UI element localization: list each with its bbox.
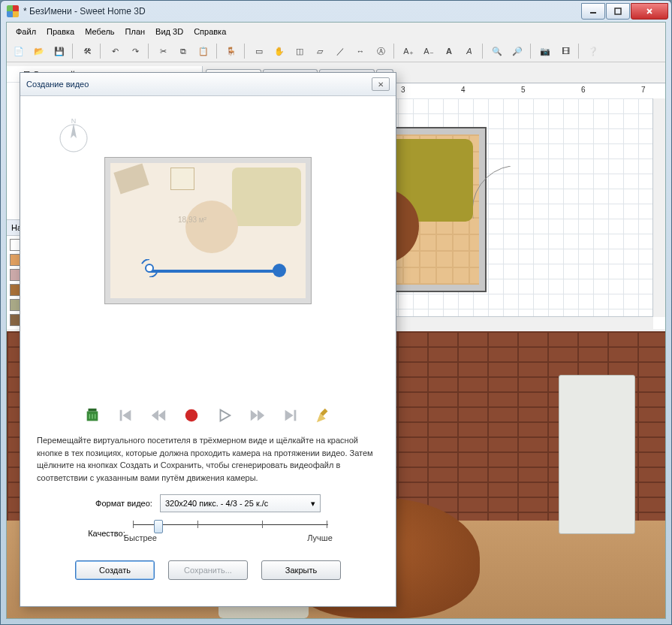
seek-fwd-button[interactable] bbox=[246, 406, 269, 425]
ruler-mark: 6 bbox=[581, 86, 586, 94]
record-button[interactable] bbox=[180, 406, 203, 425]
chevron-down-icon: ▾ bbox=[311, 499, 315, 509]
compass-icon: N bbox=[55, 117, 92, 155]
quality-label: Качество: bbox=[88, 529, 125, 538]
menu-furniture[interactable]: Мебель bbox=[80, 26, 119, 38]
window-title: * БезИмени - Sweet Home 3D bbox=[23, 6, 146, 17]
save-button[interactable]: Сохранить... bbox=[168, 560, 248, 580]
save-file-icon[interactable]: 💾 bbox=[50, 42, 68, 60]
broom-clean-button[interactable] bbox=[312, 406, 335, 425]
svg-rect-5 bbox=[89, 409, 97, 412]
bold-icon[interactable]: A bbox=[440, 42, 458, 60]
mini-furn bbox=[232, 168, 301, 226]
ruler-mark: 5 bbox=[521, 86, 526, 94]
ruler-mark: 4 bbox=[461, 86, 466, 94]
paste-icon[interactable]: 📋 bbox=[194, 42, 212, 60]
video-icon[interactable]: 🎞 bbox=[556, 42, 574, 60]
help-icon[interactable]: ❔ bbox=[584, 42, 602, 60]
dialog-close-button[interactable]: ✕ bbox=[372, 77, 390, 91]
slider-thumb[interactable] bbox=[154, 520, 163, 533]
camera-path-end-icon[interactable] bbox=[273, 264, 286, 277]
photo-icon[interactable]: 📷 bbox=[536, 42, 554, 60]
copy-icon[interactable]: ⧉ bbox=[174, 42, 192, 60]
menu-help[interactable]: Справка bbox=[189, 26, 231, 38]
create-text-icon[interactable]: Ⓐ bbox=[372, 42, 390, 60]
dialog-preview[interactable]: N 18,93 м² bbox=[34, 105, 382, 398]
menu-file[interactable]: Файл bbox=[11, 26, 41, 38]
zoom-out-icon[interactable]: 🔎 bbox=[508, 42, 526, 60]
quality-right-label: Лучше bbox=[307, 533, 333, 542]
add-furniture-icon[interactable]: 🪑 bbox=[222, 42, 240, 60]
pan-tool-icon[interactable]: ✋ bbox=[270, 42, 288, 60]
create-button[interactable]: Создать bbox=[75, 560, 155, 580]
door-arc-icon bbox=[473, 166, 518, 226]
svg-rect-0 bbox=[615, 8, 621, 14]
new-file-icon[interactable]: 📄 bbox=[10, 42, 28, 60]
mini-furn bbox=[185, 201, 238, 253]
ruler-mark: 7 bbox=[641, 86, 646, 94]
menu-bar: Файл Правка Мебель План Вид 3D Справка bbox=[7, 23, 665, 41]
quality-left-label: Быстрее bbox=[124, 533, 157, 542]
zoom-in-icon[interactable]: 🔍 bbox=[488, 42, 506, 60]
create-rooms-icon[interactable]: ▱ bbox=[311, 42, 329, 60]
create-dimensions-icon[interactable]: ↔ bbox=[351, 42, 369, 60]
mini-area-label: 18,93 м² bbox=[178, 216, 206, 224]
menu-edit[interactable]: Правка bbox=[42, 26, 79, 38]
format-value: 320x240 пикс. - 4/3 - 25 к./с bbox=[165, 499, 268, 508]
menu-view3d[interactable]: Вид 3D bbox=[151, 26, 188, 38]
mini-furn bbox=[113, 164, 149, 195]
cut-icon[interactable]: ✂ bbox=[154, 42, 172, 60]
app-icon bbox=[7, 5, 19, 17]
delete-path-button[interactable] bbox=[81, 406, 104, 425]
svg-point-6 bbox=[185, 409, 198, 422]
text-smaller-icon[interactable]: A₋ bbox=[420, 42, 438, 60]
mini-furn bbox=[170, 168, 194, 190]
svg-point-3 bbox=[146, 264, 153, 272]
create-walls-icon[interactable]: ◫ bbox=[291, 42, 309, 60]
titlebar[interactable]: * БезИмени - Sweet Home 3D bbox=[1, 1, 671, 22]
playback-controls bbox=[34, 398, 382, 433]
redo-icon[interactable]: ↷ bbox=[126, 42, 144, 60]
dialog-title: Создание видео bbox=[26, 80, 89, 89]
scrollbar-vertical[interactable] bbox=[652, 98, 665, 317]
dialog-close-action-button[interactable]: Закрыть bbox=[261, 560, 341, 580]
door-3d bbox=[559, 375, 635, 534]
toolbar: 📄 📂 💾 🛠 ↶ ↷ ✂ ⧉ 📋 🪑 ▭ ✋ ◫ ▱ ／ ↔ Ⓐ A₊ A₋ bbox=[7, 41, 665, 62]
create-polyline-icon[interactable]: ／ bbox=[331, 42, 349, 60]
video-dialog: Создание видео ✕ N 18,93 м² bbox=[20, 72, 396, 607]
seek-back-button[interactable] bbox=[147, 406, 170, 425]
skip-end-button[interactable] bbox=[279, 406, 302, 425]
camera-path[interactable] bbox=[148, 270, 279, 273]
play-button[interactable] bbox=[213, 406, 236, 425]
text-bigger-icon[interactable]: A₊ bbox=[399, 42, 417, 60]
maximize-button[interactable] bbox=[606, 3, 630, 20]
format-select[interactable]: 320x240 пикс. - 4/3 - 25 к./с ▾ bbox=[160, 494, 321, 512]
camera-path-start-icon[interactable] bbox=[140, 259, 158, 277]
quality-slider[interactable]: Быстрее Лучше bbox=[133, 518, 328, 548]
open-file-icon[interactable]: 📂 bbox=[30, 42, 48, 60]
skip-start-button[interactable] bbox=[114, 406, 137, 425]
dialog-titlebar[interactable]: Создание видео ✕ bbox=[20, 73, 396, 96]
ruler-mark: 3 bbox=[401, 86, 405, 94]
minimize-button[interactable] bbox=[581, 3, 605, 20]
dialog-description: Перемещайте виртуального посетителя в тр… bbox=[34, 433, 382, 491]
undo-icon[interactable]: ↶ bbox=[106, 42, 124, 60]
preferences-icon[interactable]: 🛠 bbox=[78, 42, 96, 60]
close-button[interactable] bbox=[631, 3, 668, 20]
format-label: Формат видео: bbox=[95, 499, 152, 508]
mini-plan[interactable]: 18,93 м² bbox=[105, 158, 311, 303]
italic-icon[interactable]: A bbox=[460, 42, 478, 60]
menu-plan[interactable]: План bbox=[121, 26, 150, 38]
select-tool-icon[interactable]: ▭ bbox=[250, 42, 268, 60]
